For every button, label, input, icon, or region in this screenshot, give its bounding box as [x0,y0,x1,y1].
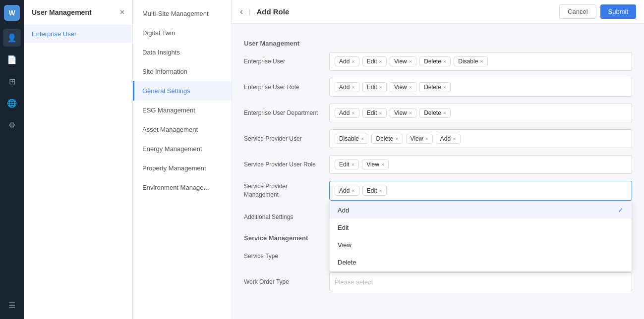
middle-nav-item-2[interactable]: Data Insights [133,43,232,62]
close-nav-button[interactable]: × [120,8,124,17]
permission-label-sp-management: Service Provider Management [244,182,323,199]
permission-row-enterprise-user-dept: Enterprise User Department Add × Edit × … [244,104,632,122]
sidebar-icon-users[interactable]: 👤 [3,29,21,47]
permission-tags-sp-user[interactable]: Disable × Delete × View × Add × [329,129,632,148]
tag-view-close[interactable]: × [425,136,428,142]
content-area: User Management Enterprise User Add × Ed… [232,24,644,319]
tag-add: Add × [335,186,359,196]
dropdown-item-label-add: Add [338,207,349,214]
sidebar-icon-layers[interactable]: ⊞ [3,72,21,90]
permission-label-enterprise-user-role: Enterprise User Role [244,83,323,92]
tag-add-close[interactable]: × [351,84,354,90]
dropdown-item-view[interactable]: View [330,236,632,254]
top-bar-actions: Cancel Submit [559,4,636,19]
tag-disable-close[interactable]: × [480,58,483,64]
nav-sidebar-title: User Management [32,8,92,16]
middle-nav-item-4[interactable]: General Settings [133,81,232,101]
top-bar: ‹ | Add Role Cancel Submit [232,0,644,24]
dropdown-item-add[interactable]: Add ✓ [330,201,632,219]
permission-row-sp-user: Service Provider User Disable × Delete ×… [244,129,632,148]
sidebar-icon-gear[interactable]: ⚙ [3,116,21,134]
permission-label-enterprise-user: Enterprise User [244,57,323,66]
dropdown-item-delete[interactable]: Delete [330,254,632,271]
tag-edit-close[interactable]: × [379,58,382,64]
tag-delete-close[interactable]: × [443,58,446,64]
permission-row-enterprise-user: Enterprise User Add × Edit × View × Dele… [244,52,632,71]
permission-tags-sp-management[interactable]: Add × Edit × [329,181,632,201]
middle-nav-item-3[interactable]: Site Information [133,62,232,81]
cancel-button[interactable]: Cancel [559,4,596,19]
tag-disable-close[interactable]: × [361,136,364,142]
nav-sidebar-header: User Management × [24,0,132,25]
app-logo: W [4,5,20,21]
permission-row-work-order-type: Work Order Type Please select [244,272,632,291]
middle-nav-item-5[interactable]: ESG Management [133,101,232,120]
tag-view: View × [406,134,433,144]
sidebar-icon-menu[interactable]: ☰ [3,296,21,314]
tag-view-close[interactable]: × [409,58,412,64]
nav-item-enterprise-user[interactable]: Enterprise User [24,25,132,43]
tag-view-close[interactable]: × [409,110,412,116]
sidebar-icon-globe[interactable]: 🌐 [3,94,21,112]
main-area: ‹ | Add Role Cancel Submit User Manageme… [232,0,644,319]
left-nav-sidebar: User Management × Enterprise User [24,0,133,319]
permission-tags-enterprise-user-dept[interactable]: Add × Edit × View × Delete × [329,104,632,122]
dropdown-item-label-delete: Delete [338,259,356,266]
tag-edit-close[interactable]: × [379,84,382,90]
middle-nav-item-1[interactable]: Digital Twin [133,23,232,43]
tag-view: View × [362,160,389,169]
permission-label-enterprise-user-dept: Enterprise User Department [244,109,323,117]
submit-button[interactable]: Submit [600,4,636,19]
dropdown-item-label-view: View [338,241,351,249]
tag-view: View × [390,56,416,66]
permission-label-work-order-type: Work Order Type [244,278,323,286]
user-management-section-title: User Management [244,40,632,47]
tag-edit: Edit × [362,186,387,196]
permission-label-service-type: Service Type [244,252,323,261]
sidebar-icon-document[interactable]: 📄 [3,51,21,68]
permission-row-sp-management: Service Provider Management Add × Edit ×… [244,181,632,201]
permission-tags-enterprise-user[interactable]: Add × Edit × View × Delete × Disable × [329,52,632,71]
tag-delete-close[interactable]: × [395,136,398,142]
tag-view-close[interactable]: × [409,84,412,90]
tag-edit-close[interactable]: × [379,110,382,116]
tag-add-close[interactable]: × [351,58,354,64]
middle-nav-item-6[interactable]: Asset Management [133,120,232,139]
tag-add: Add × [436,134,461,144]
permission-tags-work-order-type[interactable]: Please select [329,272,632,291]
tag-delete: Delete × [419,82,451,92]
icon-sidebar: W 👤 📄 ⊞ 🌐 ⚙ ☰ [0,0,24,319]
middle-nav-item-7[interactable]: Energy Management [133,139,232,159]
permission-tag-input[interactable] [390,185,627,196]
permission-dropdown: Add ✓ Edit View Delete [329,201,632,271]
tag-delete-close[interactable]: × [443,110,446,116]
check-icon: ✓ [618,206,624,214]
tag-edit: Edit × [362,82,387,92]
middle-nav-item-8[interactable]: Property Management [133,159,232,178]
work-order-type-placeholder: Please select [335,278,373,286]
tag-edit-close[interactable]: × [379,188,382,194]
tag-add-close[interactable]: × [351,188,354,194]
back-button[interactable]: ‹ [240,6,243,17]
tag-view: View × [390,108,416,118]
tag-edit-close[interactable]: × [351,161,354,167]
tag-view-close[interactable]: × [381,161,384,167]
tag-delete: Delete × [419,108,451,118]
permission-tags-sp-user-role[interactable]: Edit × View × [329,155,632,174]
permission-tags-enterprise-user-role[interactable]: Add × Edit × View × Delete × [329,78,632,97]
tag-edit: Edit × [335,160,359,169]
tag-add-close[interactable]: × [453,136,456,142]
tag-delete: Delete × [371,134,403,144]
tag-add-close[interactable]: × [351,110,354,116]
divider: | [249,8,250,15]
tag-delete-close[interactable]: × [443,84,446,90]
permission-label-sp-user: Service Provider User [244,135,323,143]
tag-disable: Disable × [454,56,487,66]
permission-row-enterprise-user-role: Enterprise User Role Add × Edit × View ×… [244,78,632,97]
dropdown-item-edit[interactable]: Edit [330,219,632,236]
tag-edit: Edit × [362,108,387,118]
tag-add: Add × [335,82,359,92]
middle-nav-item-0[interactable]: Multi-Site Management [133,4,232,23]
middle-nav: Multi-Site Management Digital Twin Data … [133,0,232,319]
middle-nav-item-9[interactable]: Environment Manage... [133,178,232,197]
